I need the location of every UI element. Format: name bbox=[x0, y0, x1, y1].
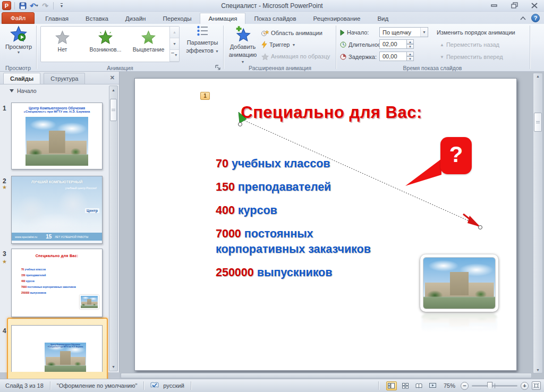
slide-thumbnail-1[interactable]: Центр Компьютерного Обучения «Специалист… bbox=[11, 103, 103, 169]
vertical-scrollbar[interactable]: ▲ ▼ bbox=[533, 73, 543, 373]
tab-slideshow[interactable]: Показ слайдов bbox=[245, 13, 304, 24]
delay-label-row: Задержка: bbox=[340, 52, 377, 62]
save-button[interactable] bbox=[18, 1, 28, 11]
gallery-more-button[interactable]: ▔▼ bbox=[170, 50, 179, 62]
animation-style-fade[interactable]: Выцветание bbox=[127, 27, 170, 62]
path-start-arrow[interactable] bbox=[239, 112, 246, 123]
animation-pane-button[interactable]: Область анимации bbox=[261, 28, 322, 38]
animation-style-appear[interactable]: Возникнов... bbox=[84, 27, 127, 62]
group-separator bbox=[36, 25, 37, 69]
star-appear-icon bbox=[98, 30, 113, 45]
panel-scrollbar-thumb[interactable] bbox=[110, 99, 117, 121]
panel-close-icon[interactable]: ✕ bbox=[110, 74, 115, 81]
move-later-button[interactable]: ▼ Переместить вперед bbox=[440, 52, 503, 62]
undo-button[interactable]: ↶ ▾ bbox=[29, 1, 39, 11]
tab-view[interactable]: Вид bbox=[369, 13, 397, 24]
section-header[interactable]: Начало bbox=[10, 88, 37, 94]
panel-tabs: Слайды Структура ✕ bbox=[0, 72, 119, 84]
move-earlier-button[interactable]: ▲ Переместить назад bbox=[440, 40, 499, 49]
slide-thumbnail-3-selected[interactable]: Специально для Вас: 70 учебных классов 1… bbox=[11, 249, 103, 317]
question-callout-shape[interactable]: ? bbox=[440, 137, 472, 174]
preview-button[interactable]: Просмотр ▼ bbox=[3, 25, 34, 54]
gallery-scroll-down[interactable]: ▼ bbox=[170, 38, 179, 50]
tab-insert[interactable]: Вставка bbox=[77, 13, 117, 24]
tab-transitions[interactable]: Переходы bbox=[154, 13, 200, 24]
animation-style-none[interactable]: Нет bbox=[41, 27, 84, 62]
animation-dialog-launcher-icon[interactable] bbox=[215, 64, 221, 71]
restore-button[interactable] bbox=[508, 1, 521, 10]
horizontal-scrollbar[interactable] bbox=[121, 373, 532, 378]
fit-to-window-button[interactable] bbox=[532, 381, 541, 390]
group-label-advanced: Расширенная анимация bbox=[225, 65, 335, 71]
restore-icon bbox=[511, 2, 518, 8]
tab-design[interactable]: Дизайн bbox=[117, 13, 155, 24]
divider bbox=[53, 2, 54, 10]
minimize-button[interactable] bbox=[488, 1, 500, 10]
tab-animations[interactable]: Анимация bbox=[200, 13, 245, 24]
preview-dropdown-icon: ▼ bbox=[17, 50, 21, 54]
effect-options-dropdown-icon: ▼ bbox=[215, 49, 219, 53]
close-button[interactable] bbox=[528, 1, 541, 10]
slideshow-view-button[interactable] bbox=[428, 381, 438, 390]
slide-sorter-view-button[interactable] bbox=[400, 381, 411, 390]
start-combobox-arrow-icon[interactable]: ▼ bbox=[420, 28, 428, 37]
delay-spinner[interactable]: 00,00 ▲▼ bbox=[379, 52, 414, 61]
star-none-icon bbox=[55, 30, 70, 45]
duration-spinner[interactable]: 02,00 ▲▼ bbox=[379, 39, 414, 49]
move-later-icon: ▼ bbox=[440, 55, 444, 59]
delay-down-icon[interactable]: ▼ bbox=[407, 56, 414, 61]
undo-dropdown-icon: ▾ bbox=[36, 3, 38, 8]
slide-thumbnail-4[interactable]: Центр Компьютерного Обучения «Специалист… bbox=[11, 325, 103, 372]
scroll-up-icon[interactable]: ▲ bbox=[109, 86, 117, 94]
preview-star-icon bbox=[10, 25, 27, 42]
thumb2-footer-bar: www.specialist.ru 15 ЛЕТ УСПЕШНОЙ РАБОТЫ bbox=[12, 233, 102, 241]
add-animation-button[interactable]: Добавить анимацию ▼ bbox=[226, 25, 259, 65]
slide-building-picture[interactable] bbox=[420, 254, 498, 312]
tab-review[interactable]: Рецензирование bbox=[305, 13, 369, 24]
zoom-out-button[interactable]: − bbox=[461, 382, 469, 390]
delay-up-icon[interactable]: ▲ bbox=[407, 52, 414, 56]
building-photo bbox=[423, 257, 496, 309]
duration-down-icon[interactable]: ▼ bbox=[407, 44, 414, 49]
powerpoint-icon[interactable]: P bbox=[2, 1, 11, 10]
slide-counter[interactable]: Слайд 3 из 18 bbox=[3, 382, 46, 389]
duration-up-icon[interactable]: ▲ bbox=[407, 39, 414, 44]
zoom-in-button[interactable]: + bbox=[521, 382, 529, 390]
normal-view-button[interactable] bbox=[386, 381, 397, 390]
theme-name[interactable]: "Оформление по умолчанию" bbox=[55, 382, 140, 389]
start-combobox[interactable]: По щелчку ▼ bbox=[379, 27, 428, 37]
slide-thumbnail-2[interactable]: ЛУЧШИЙ КОМПЬЮТЕРНЫЙ учебный центр России… bbox=[11, 176, 103, 244]
ribbon-right-controls: ? bbox=[520, 14, 540, 22]
tab-home[interactable]: Главная bbox=[37, 13, 77, 24]
scrollbar-thumb[interactable] bbox=[534, 113, 542, 132]
path-end-arrow[interactable] bbox=[468, 216, 480, 227]
scroll-down-icon[interactable]: ▼ bbox=[533, 368, 542, 372]
zoom-slider-thumb[interactable] bbox=[487, 382, 492, 390]
customize-qat-button[interactable]: ▾ bbox=[57, 1, 66, 11]
effect-options-button[interactable]: Параметры эффектов ▼ bbox=[183, 25, 222, 54]
animation-painter-button[interactable]: Анимация по образцу bbox=[261, 52, 330, 61]
gallery-scroll-up[interactable]: ▲ bbox=[170, 27, 179, 38]
scroll-up-icon[interactable]: ▲ bbox=[533, 74, 542, 78]
panel-scrollbar[interactable]: ▲ ▼ bbox=[109, 86, 118, 371]
path-end-handle[interactable] bbox=[479, 226, 482, 229]
slide-canvas[interactable]: 1 Специально для Вас: 70 учебных классов… bbox=[134, 78, 517, 371]
trigger-dropdown-icon: ▼ bbox=[292, 43, 295, 47]
scroll-down-icon[interactable]: ▼ bbox=[109, 363, 117, 371]
path-start-handle[interactable] bbox=[239, 123, 242, 126]
reading-view-button[interactable] bbox=[414, 381, 424, 390]
trigger-button[interactable]: Триггер ▼ bbox=[261, 40, 295, 49]
bubble-tail bbox=[405, 159, 441, 186]
tab-outline[interactable]: Структура bbox=[44, 73, 85, 84]
window-title: Специалист - Microsoft PowerPoint bbox=[0, 2, 544, 10]
spellcheck-button[interactable] bbox=[148, 381, 161, 390]
slide-number: 2 bbox=[3, 177, 10, 185]
zoom-level[interactable]: 75% bbox=[441, 382, 457, 389]
help-button[interactable]: ? bbox=[531, 14, 540, 22]
tab-slides-thumbnails[interactable]: Слайды bbox=[3, 73, 40, 84]
tab-file[interactable]: Файл bbox=[2, 12, 35, 24]
language-indicator[interactable]: русский bbox=[161, 382, 186, 389]
collapse-ribbon-icon[interactable] bbox=[520, 16, 526, 20]
zoom-slider[interactable] bbox=[472, 385, 517, 387]
redo-button[interactable]: ↷ bbox=[40, 1, 50, 11]
